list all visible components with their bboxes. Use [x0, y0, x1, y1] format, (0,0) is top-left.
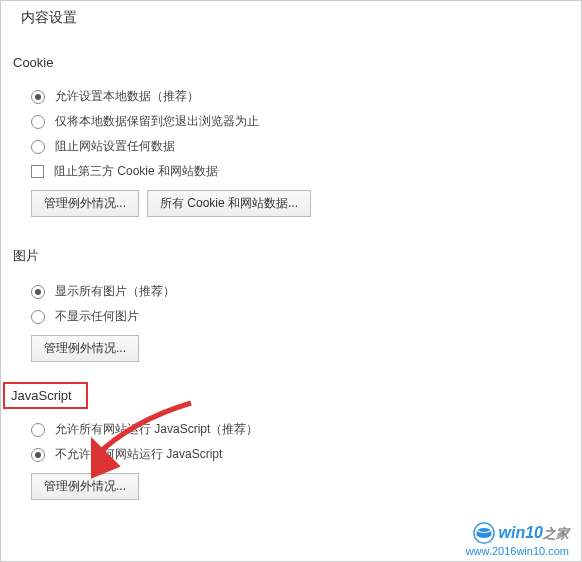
- section-heading-cookie: Cookie: [9, 53, 57, 72]
- radio-icon: [31, 140, 45, 154]
- option-label: 允许所有网站运行 JavaScript（推荐）: [55, 421, 258, 438]
- watermark-brand-suffix: 之家: [543, 526, 569, 541]
- section-javascript: JavaScript 允许所有网站运行 JavaScript（推荐） 不允许任何…: [21, 382, 561, 500]
- checkbox-icon: [31, 165, 44, 178]
- option-label: 显示所有图片（推荐）: [55, 283, 175, 300]
- radio-icon: [31, 448, 45, 462]
- highlight-annotation: JavaScript: [3, 382, 88, 409]
- images-option-show[interactable]: 显示所有图片（推荐）: [21, 283, 561, 300]
- images-option-hide[interactable]: 不显示任何图片: [21, 308, 561, 325]
- images-manage-exceptions-button[interactable]: 管理例外情况...: [31, 335, 139, 362]
- page-title: 内容设置: [21, 9, 561, 27]
- watermark-url: www.2016win10.com: [466, 545, 569, 557]
- radio-icon: [31, 115, 45, 129]
- radio-icon: [31, 423, 45, 437]
- section-images: 图片 显示所有图片（推荐） 不显示任何图片 管理例外情况...: [21, 237, 561, 362]
- javascript-manage-exceptions-button[interactable]: 管理例外情况...: [31, 473, 139, 500]
- section-heading-images: 图片: [9, 245, 43, 267]
- watermark-brand-prefix: win10: [499, 524, 543, 541]
- radio-icon: [31, 285, 45, 299]
- radio-icon: [31, 310, 45, 324]
- cookie-manage-exceptions-button[interactable]: 管理例外情况...: [31, 190, 139, 217]
- javascript-option-block[interactable]: 不允许任何网站运行 JavaScript: [21, 446, 561, 463]
- cookie-option-block[interactable]: 阻止网站设置任何数据: [21, 138, 561, 155]
- option-label: 允许设置本地数据（推荐）: [55, 88, 199, 105]
- option-label: 阻止网站设置任何数据: [55, 138, 175, 155]
- cookie-all-data-button[interactable]: 所有 Cookie 和网站数据...: [147, 190, 311, 217]
- section-heading-javascript: JavaScript: [7, 386, 76, 405]
- cookie-option-allow[interactable]: 允许设置本地数据（推荐）: [21, 88, 561, 105]
- section-cookie: Cookie 允许设置本地数据（推荐） 仅将本地数据保留到您退出浏览器为止 阻止…: [21, 45, 561, 217]
- cookie-option-block-thirdparty[interactable]: 阻止第三方 Cookie 和网站数据: [21, 163, 561, 180]
- option-label: 不允许任何网站运行 JavaScript: [55, 446, 222, 463]
- radio-icon: [31, 90, 45, 104]
- cookie-option-session-only[interactable]: 仅将本地数据保留到您退出浏览器为止: [21, 113, 561, 130]
- watermark: win10之家 www.2016win10.com: [466, 522, 569, 557]
- javascript-option-allow[interactable]: 允许所有网站运行 JavaScript（推荐）: [21, 421, 561, 438]
- option-label: 不显示任何图片: [55, 308, 139, 325]
- option-label: 仅将本地数据保留到您退出浏览器为止: [55, 113, 259, 130]
- watermark-logo-icon: [473, 522, 495, 544]
- option-label: 阻止第三方 Cookie 和网站数据: [54, 163, 218, 180]
